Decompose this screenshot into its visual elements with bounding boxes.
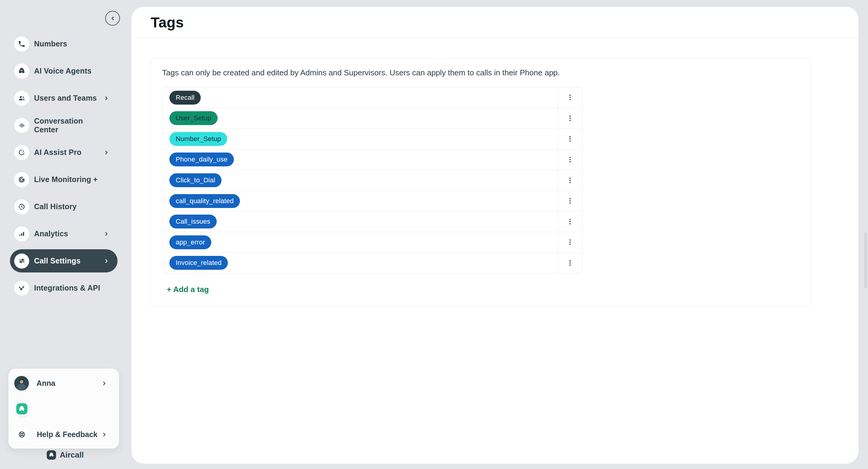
tag-actions-cell (558, 191, 582, 211)
users-icon (14, 91, 29, 106)
tag-actions-cell (558, 170, 582, 190)
tag-pill[interactable]: Number_Setup (169, 132, 227, 146)
tag-menu-button[interactable] (564, 236, 576, 248)
tag-row: Phone_daily_use (162, 149, 582, 170)
tag-actions-cell (558, 150, 582, 170)
tag-actions-cell (558, 129, 582, 149)
sidebar-item-label: Call History (34, 202, 76, 211)
chevron-right-icon (101, 432, 107, 437)
chevron-right-icon (104, 231, 109, 237)
sidebar-item-label: AI Voice Agents (34, 67, 92, 75)
main-panel: Tags Tags can only be created and edited… (131, 7, 858, 464)
sidebar-item-label: Live Monitoring + (34, 175, 98, 184)
tag-cell: Phone_daily_use (162, 150, 558, 170)
tag-row: Recall (162, 87, 582, 108)
tag-pill[interactable]: Phone_daily_use (169, 153, 234, 166)
sidebar-item-call-settings[interactable]: Call Settings (10, 249, 118, 273)
life-buoy-icon (14, 427, 29, 442)
tag-row: Number_Setup (162, 128, 582, 149)
chevron-right-icon (104, 150, 109, 155)
page-title: Tags (151, 14, 184, 31)
tag-menu-button[interactable] (564, 92, 576, 103)
sidebar-item-label: Analytics (34, 229, 68, 238)
tags-card: Tags can only be created and edited by A… (150, 58, 811, 306)
help-feedback-item[interactable]: Help & Feedback (8, 422, 119, 447)
tag-cell: Invoice_related (162, 253, 558, 273)
bar-chart-icon (14, 226, 29, 242)
tag-actions-cell (558, 108, 582, 129)
user-menu-item[interactable]: Anna (8, 370, 119, 396)
sidebar-item-label: Users and Teams (34, 94, 97, 102)
aircall-brand-label: Aircall (60, 450, 84, 460)
help-feedback-label: Help & Feedback (37, 430, 97, 439)
tag-actions-cell (558, 232, 582, 253)
tag-row: Invoice_related (162, 253, 582, 273)
sidebar-item-numbers[interactable]: Numbers (10, 32, 118, 56)
tag-cell: call_quality_related (162, 191, 558, 211)
tag-pill[interactable]: call_quality_related (169, 194, 240, 208)
tag-pill[interactable]: User_Setup (169, 111, 218, 125)
sidebar-item-analytics[interactable]: Analytics (10, 222, 118, 245)
tag-menu-button[interactable] (564, 175, 576, 186)
tag-menu-button[interactable] (564, 154, 576, 165)
history-icon (14, 199, 29, 214)
tag-menu-button[interactable] (564, 133, 576, 145)
tag-cell: Call_issues (162, 211, 558, 232)
aircall-app-icon (14, 402, 29, 416)
aircall-logo-icon (47, 450, 56, 460)
tag-cell: app_error (162, 232, 558, 253)
sidebar-item-label: Integrations & API (34, 284, 100, 292)
tag-actions-cell (558, 253, 582, 273)
chevron-right-icon (104, 258, 109, 264)
tag-cell: Number_Setup (162, 129, 558, 149)
share-network-icon (14, 281, 29, 296)
sidebar-item-conversation-center[interactable]: Conversation Center (10, 114, 118, 137)
aircall-app-item[interactable] (8, 396, 119, 422)
sidebar-item-users-and-teams[interactable]: Users and Teams (10, 87, 118, 110)
tag-menu-button[interactable] (564, 216, 576, 227)
chevron-left-icon (110, 15, 116, 22)
phone-icon (14, 36, 29, 52)
page-header: Tags (131, 7, 858, 38)
sliders-icon (14, 253, 29, 269)
sidebar-item-live-monitoring[interactable]: Live Monitoring + (10, 168, 118, 191)
sidebar-item-ai-voice-agents[interactable]: AI Voice Agents (10, 59, 118, 83)
sidebar-item-call-history[interactable]: Call History (10, 195, 118, 218)
sidebar-item-label: Numbers (34, 39, 67, 48)
user-name: Anna (36, 379, 56, 387)
sidebar: NumbersAI Voice AgentsUsers and TeamsCon… (0, 0, 130, 469)
sidebar-collapse-button[interactable] (105, 11, 120, 26)
tag-row: User_Setup (162, 108, 582, 129)
tag-cell: Recall (162, 87, 558, 108)
sidebar-item-label: Conversation Center (34, 117, 109, 134)
add-tag-button[interactable]: + Add a tag (167, 285, 209, 294)
tag-menu-button[interactable] (564, 113, 576, 124)
sidebar-item-label: Call Settings (34, 256, 81, 265)
tags-table: RecallUser_SetupNumber_SetupPhone_daily_… (162, 87, 583, 273)
chevron-right-icon (101, 381, 107, 386)
aircall-a-icon (14, 64, 29, 79)
tag-menu-button[interactable] (564, 257, 576, 269)
tag-pill[interactable]: Click_to_Dial (169, 173, 221, 187)
tag-row: app_error (162, 232, 582, 253)
sidebar-item-label: AI Assist Pro (34, 148, 82, 157)
tag-pill[interactable]: Recall (169, 91, 201, 104)
tag-menu-button[interactable] (564, 195, 576, 207)
tag-cell: Click_to_Dial (162, 170, 558, 190)
sidebar-nav: NumbersAI Voice AgentsUsers and TeamsCon… (10, 32, 118, 304)
tag-pill[interactable]: Call_issues (169, 215, 217, 228)
tag-row: Click_to_Dial (162, 170, 582, 190)
avatar (14, 376, 29, 390)
tag-pill[interactable]: Invoice_related (169, 256, 228, 270)
chevron-right-icon (104, 96, 109, 101)
tag-pill[interactable]: app_error (169, 236, 211, 249)
sidebar-item-ai-assist-pro[interactable]: AI Assist Pro (10, 141, 118, 164)
tags-description: Tags can only be created and edited by A… (162, 68, 560, 77)
waveform-icon (14, 118, 29, 133)
tag-cell: User_Setup (162, 108, 558, 129)
gauge-icon (14, 172, 29, 187)
tag-row: call_quality_related (162, 190, 582, 211)
sidebar-item-integrations-api[interactable]: Integrations & API (10, 276, 118, 300)
tag-row: Call_issues (162, 211, 582, 232)
scrollbar[interactable] (864, 233, 867, 288)
